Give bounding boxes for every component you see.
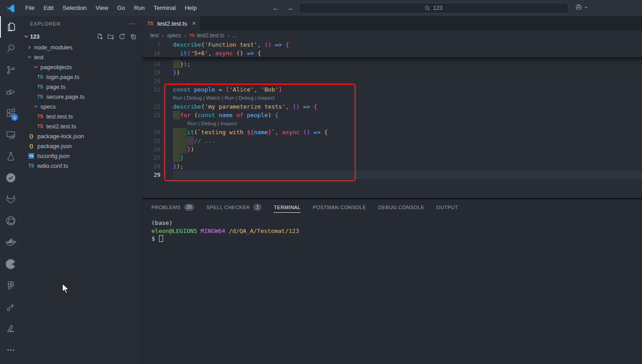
typescript-file-icon: TS <box>36 84 44 89</box>
code-line[interactable]: }) <box>173 145 642 153</box>
code-line[interactable]: describe('my parameterize tests', () => … <box>173 102 642 111</box>
tab-test2-test-ts[interactable]: TS test2.test.ts × <box>142 16 200 31</box>
tree-item-wdio-conf-ts[interactable]: TSwdio.conf.ts <box>21 161 142 171</box>
editor-group: TS test2.test.ts × test›specs›TStest2.te… <box>142 16 642 364</box>
terminal-output[interactable]: (base) eleon@LEGION5 MINGW64 /d/QA_A/Tes… <box>142 215 642 243</box>
activity-pie-chart-icon[interactable] <box>0 253 21 275</box>
tree-item-page-ts[interactable]: TSpage.ts <box>21 82 142 92</box>
workspace-section-123[interactable]: 123 <box>21 31 142 42</box>
code-line[interactable]: }) <box>173 68 642 77</box>
activity-source-control-icon[interactable] <box>0 59 21 81</box>
activity-check-circle-icon[interactable] <box>0 167 21 189</box>
tree-item-login-page-ts[interactable]: TSlogin.page.ts <box>21 72 142 82</box>
tree-item-tsconfig-json[interactable]: TStsconfig.json <box>21 151 142 161</box>
collapse-all-icon[interactable] <box>130 33 137 40</box>
code-lines: 18 });19})2021const people = ['Alice', '… <box>142 60 642 179</box>
panel-tab-output[interactable]: OUTPUT <box>436 199 458 215</box>
menu-item-selection[interactable]: Selection <box>58 0 91 16</box>
copilot-menu[interactable] <box>575 4 588 11</box>
tree-item-specs[interactable]: specs <box>21 101 142 111</box>
activity-more-icon[interactable] <box>0 339 21 361</box>
sticky-scroll: 7describe('Function test', () => {16 it(… <box>142 40 642 58</box>
activity-docker-icon[interactable] <box>0 232 21 253</box>
tree-item-pageobjects[interactable]: pageobjects <box>21 62 142 72</box>
menu-item-run[interactable]: Run <box>129 0 149 16</box>
new-folder-icon[interactable] <box>107 33 114 40</box>
code-line[interactable]: describe('Function test', () => { <box>173 40 642 49</box>
activity-testing-icon[interactable] <box>0 145 21 167</box>
panel-tab-problems[interactable]: PROBLEMS20 <box>151 199 194 215</box>
codelens-row: Run | Debug | Inspect <box>142 119 642 128</box>
breadcrumb-item--[interactable]: ... <box>233 32 237 39</box>
activity-github-icon[interactable] <box>0 210 21 232</box>
tab-bar: TS test2.test.ts × <box>142 16 642 31</box>
typescript-test-file-icon: TS <box>146 21 154 26</box>
menu-item-view[interactable]: View <box>91 0 113 16</box>
tree-item-node-modules[interactable]: node_modules <box>21 42 142 52</box>
activity-extensions-icon[interactable]: 1 <box>0 102 21 124</box>
code-line[interactable] <box>173 171 642 179</box>
tab-close-icon[interactable]: × <box>192 20 196 27</box>
activity-azure-icon[interactable] <box>0 318 21 339</box>
tree-item-secure-page-ts[interactable]: TSsecure.page.ts <box>21 92 142 101</box>
new-file-icon[interactable] <box>96 33 103 40</box>
panel-tab-spell-checker[interactable]: SPELL CHECKER1 <box>206 199 261 215</box>
breadcrumb-separator: › <box>162 32 164 39</box>
codelens-actions[interactable]: Run | Debug | Inspect <box>173 119 642 128</box>
code-line[interactable]: }); <box>173 60 642 68</box>
code-line[interactable]: } <box>173 153 642 162</box>
panel-tab-postman-console[interactable]: POSTMAN CONSOLE <box>313 199 366 215</box>
typescript-test-file-icon: TS <box>36 114 44 119</box>
breadcrumb-item-test[interactable]: test <box>150 32 159 39</box>
code-line[interactable]: it(`testing with ${name}`, async () => { <box>173 128 642 136</box>
breadcrumb-item-specs[interactable]: specs <box>167 32 181 39</box>
code-line[interactable]: // ... <box>173 136 642 145</box>
code-line[interactable]: for (const name of people) { <box>173 111 642 119</box>
code-row-7: 7describe('Function test', () => { <box>142 40 642 49</box>
activity-gitlab-icon[interactable] <box>0 189 21 210</box>
activity-explorer-icon[interactable] <box>0 16 21 38</box>
forward-arrow-icon[interactable]: → <box>286 4 294 13</box>
code-row-18: 18 }); <box>142 60 642 68</box>
chevron-down-icon <box>24 34 29 39</box>
activity-search-icon[interactable] <box>0 38 21 59</box>
panel-tab-debug-console[interactable]: DEBUG CONSOLE <box>378 199 424 215</box>
terminal-prompt-line: eleon@LEGION5 MINGW64 /d/QA_A/Testomat/1… <box>151 227 642 235</box>
code-row-29: 29 <box>142 171 642 179</box>
breadcrumb-separator: › <box>227 32 229 39</box>
code-line[interactable]: it('5+6', async () => { <box>173 49 642 57</box>
tree-item-test[interactable]: test <box>21 52 142 62</box>
activity-remote-explorer-icon[interactable] <box>0 124 21 145</box>
search-input[interactable]: 123 <box>299 3 568 13</box>
code-line[interactable]: const people = ['Alice', 'Bob'] <box>173 85 642 94</box>
tree-item-package-lock-json[interactable]: {}package-lock.json <box>21 131 142 141</box>
menu-item-go[interactable]: Go <box>113 0 129 16</box>
code-line[interactable] <box>173 77 642 85</box>
code-row-19: 19}) <box>142 68 642 77</box>
menu-item-help[interactable]: Help <box>180 0 201 16</box>
code-line[interactable]: }); <box>173 162 642 171</box>
codelens-actions[interactable]: Run | Debug | Watch | Run | Debug | Insp… <box>173 94 642 102</box>
tree-item-package-json[interactable]: {}package.json <box>21 141 142 151</box>
explorer-more-icon[interactable]: ⋯ <box>128 20 136 28</box>
code-row-16: 16 it('5+6', async () => { <box>142 49 642 57</box>
tree-item-test-test-ts[interactable]: TStest.test.ts <box>21 111 142 121</box>
breadcrumb-item-test2-test-ts[interactable]: TStest2.test.ts <box>189 32 224 39</box>
activity-figma-icon[interactable] <box>0 275 21 296</box>
code-editor[interactable]: 7describe('Function test', () => {16 it(… <box>142 40 642 198</box>
tree-item-test2-test-ts[interactable]: TStest2.test.ts <box>21 121 142 131</box>
menu-item-terminal[interactable]: Terminal <box>149 0 180 16</box>
code-row-23: 23 for (const name of people) { <box>142 111 642 119</box>
line-number: 21 <box>142 85 173 94</box>
vscode-window: FileEditSelectionViewGoRunTerminalHelp ←… <box>0 0 642 364</box>
activity-share-icon[interactable] <box>0 296 21 318</box>
refresh-icon[interactable] <box>119 33 125 40</box>
menu-item-edit[interactable]: Edit <box>39 0 58 16</box>
title-bar: FileEditSelectionViewGoRunTerminalHelp ←… <box>0 0 642 16</box>
menu-item-file[interactable]: File <box>21 0 39 16</box>
activity-run-and-debug-icon[interactable] <box>0 81 21 102</box>
line-number: 24 <box>142 128 173 136</box>
terminal-input-line[interactable]: $ <box>151 235 642 243</box>
back-arrow-icon[interactable]: ← <box>272 4 280 13</box>
panel-tab-terminal[interactable]: TERMINAL <box>274 199 301 215</box>
